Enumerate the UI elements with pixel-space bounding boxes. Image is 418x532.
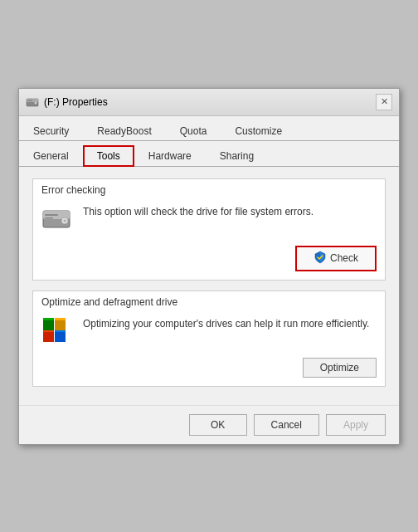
svg-rect-10: [43, 331, 54, 342]
check-button[interactable]: Check: [295, 246, 377, 271]
optimize-btn-area: Optimize: [33, 358, 385, 386]
optimize-button[interactable]: Optimize: [303, 358, 377, 378]
optimize-section-title: Optimize and defragment drive: [33, 291, 385, 310]
close-button[interactable]: ✕: [376, 94, 392, 110]
svg-rect-16: [55, 320, 66, 330]
error-btn-area: Check: [33, 246, 385, 280]
tab-tools[interactable]: Tools: [83, 145, 134, 167]
svg-rect-14: [43, 320, 54, 330]
apply-button[interactable]: Apply: [326, 414, 386, 436]
tab-readyboost[interactable]: ReadyBoost: [83, 120, 165, 141]
check-button-label: Check: [330, 252, 358, 264]
hdd-icon: [41, 204, 71, 234]
shield-icon: [314, 251, 327, 266]
svg-rect-8: [45, 214, 58, 216]
window-title: (F:) Properties: [44, 96, 108, 108]
dialog-footer: OK Cancel Apply: [19, 405, 399, 444]
svg-rect-17: [55, 318, 66, 320]
ok-button[interactable]: OK: [189, 414, 247, 436]
window-icon: [26, 95, 39, 109]
tab-sharing[interactable]: Sharing: [206, 145, 268, 167]
properties-window: (F:) Properties ✕ Security ReadyBoost Qu…: [18, 88, 400, 445]
tabs-row-2: General Tools Hardware Sharing: [19, 141, 399, 167]
svg-rect-12: [55, 331, 66, 342]
svg-point-2: [35, 101, 37, 104]
svg-rect-3: [27, 100, 32, 100]
error-section-description: This option will check the drive for fil…: [83, 204, 377, 219]
tab-hardware[interactable]: Hardware: [134, 145, 206, 167]
optimize-section-description: Optimizing your computer's drives can he…: [83, 316, 377, 331]
tabs-row-1: Security ReadyBoost Quota Customize: [19, 116, 399, 141]
title-bar-left: (F:) Properties: [26, 95, 108, 109]
tab-customize[interactable]: Customize: [221, 120, 296, 141]
svg-rect-9: [45, 217, 53, 219]
optimize-section-body: Optimizing your computer's drives can he…: [33, 310, 385, 358]
error-section-title: Error checking: [33, 179, 385, 198]
cancel-button[interactable]: Cancel: [254, 414, 319, 436]
tab-general[interactable]: General: [19, 145, 83, 167]
tab-security[interactable]: Security: [19, 120, 83, 141]
error-section-body: This option will check the drive for fil…: [33, 198, 385, 246]
main-content: Error checking This option will check th…: [19, 167, 399, 405]
error-checking-section: Error checking This option will check th…: [32, 178, 386, 281]
svg-point-7: [64, 219, 66, 222]
svg-rect-15: [43, 318, 54, 320]
optimize-icon: [41, 316, 71, 346]
tab-quota[interactable]: Quota: [166, 120, 221, 141]
title-bar: (F:) Properties ✕: [19, 89, 399, 116]
optimize-section: Optimize and defragment drive: [32, 290, 386, 387]
